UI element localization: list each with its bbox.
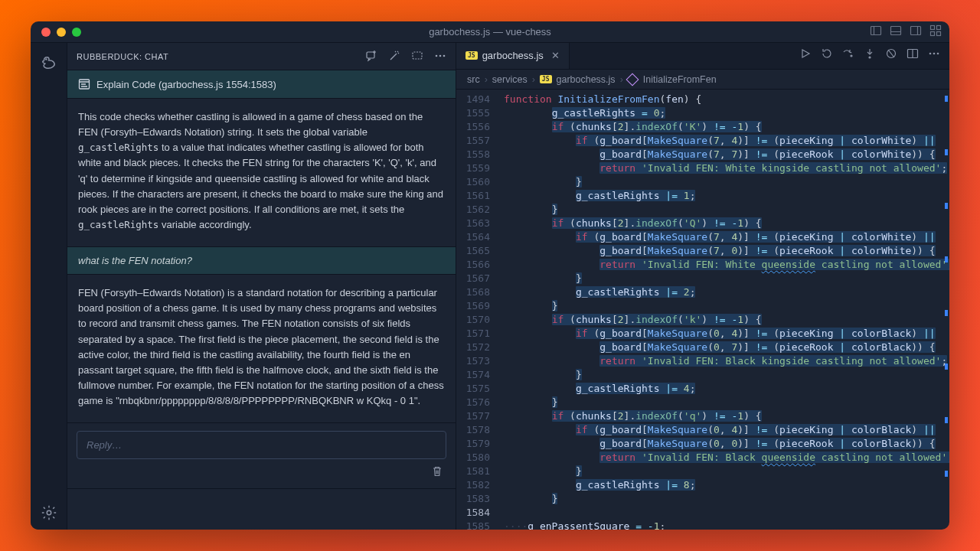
chat-sidebar: RUBBERDUCK: CHAT Explain Code (garboches…: [67, 43, 456, 530]
svg-point-21: [851, 55, 852, 57]
svg-point-28: [937, 53, 939, 55]
debug-icon[interactable]: [885, 47, 897, 63]
svg-point-22: [869, 57, 871, 58]
breadcrumb[interactable]: src › services › JS garbochess.js › Init…: [456, 70, 949, 90]
js-file-icon: JS: [466, 51, 478, 60]
magic-wand-icon[interactable]: [388, 50, 400, 64]
chat-user-message: what is the FEN notation?: [67, 247, 456, 275]
breadcrumb-segment[interactable]: services: [492, 74, 528, 85]
svg-rect-13: [413, 52, 422, 59]
editor-more-icon[interactable]: [928, 47, 940, 63]
step-over-icon[interactable]: [842, 47, 854, 63]
chat-topic-row[interactable]: Explain Code (garbochess.js 1554:1583): [67, 70, 456, 99]
close-tab-icon[interactable]: ✕: [551, 50, 560, 61]
chat-panel-header: RUBBERDUCK: CHAT: [67, 43, 456, 70]
new-chat-icon[interactable]: [365, 50, 377, 64]
rubberduck-activity-icon[interactable]: [38, 52, 60, 73]
editor-pane: JS garbochess.js ✕ src › services: [456, 43, 949, 530]
app-window: garbochess.js — vue-chess RUBBERDUCK: CH…: [31, 21, 949, 530]
breadcrumb-segment[interactable]: src: [467, 74, 480, 85]
svg-point-27: [933, 53, 936, 55]
split-editor-icon[interactable]: [906, 47, 919, 63]
code-content[interactable]: function InitializeFromFen(fen) { g_cast…: [498, 90, 949, 530]
line-gutter: 1494155515561557155815591560156115621563…: [456, 90, 498, 530]
delete-chat-icon[interactable]: [431, 465, 443, 481]
tab-filename: garbochess.js: [482, 50, 544, 61]
svg-point-14: [436, 54, 438, 57]
svg-point-16: [443, 54, 446, 57]
chat-assistant-message: This code checks whether castling is all…: [67, 99, 456, 247]
svg-rect-12: [367, 52, 374, 58]
chat-topic-label: Explain Code (garbochess.js 1554:1583): [96, 79, 276, 90]
svg-point-26: [929, 53, 932, 55]
chat-reply-input[interactable]: [77, 431, 446, 459]
activity-bar: [31, 43, 67, 530]
svg-point-11: [47, 510, 51, 515]
loading-chat-icon[interactable]: [411, 50, 423, 64]
window-title: garbochess.js — vue-chess: [31, 26, 949, 37]
chat-panel-title: RUBBERDUCK: CHAT: [77, 52, 168, 61]
editor-tab[interactable]: JS garbochess.js ✕: [456, 42, 570, 69]
chat-reply-row: [67, 423, 456, 464]
chat-assistant-message: FEN (Forsyth–Edwards Notation) is a stan…: [67, 275, 456, 423]
titlebar: garbochess.js — vue-chess: [31, 21, 949, 43]
code-editor[interactable]: 1494155515561557155815591560156115621563…: [456, 90, 949, 530]
debug-restart-icon[interactable]: [821, 47, 833, 63]
svg-point-15: [439, 54, 442, 57]
explain-code-icon: [78, 78, 90, 90]
js-file-icon: JS: [540, 75, 552, 83]
step-into-icon[interactable]: [864, 47, 876, 63]
chat-more-icon[interactable]: [434, 50, 446, 64]
run-icon[interactable]: [799, 47, 812, 63]
overview-ruler[interactable]: [945, 96, 948, 477]
breadcrumb-segment[interactable]: InitializeFromFen: [643, 74, 717, 85]
editor-tabs: JS garbochess.js ✕: [456, 43, 949, 70]
breadcrumb-segment[interactable]: garbochess.js: [557, 74, 616, 85]
symbol-method-icon: [626, 73, 639, 86]
svg-point-10: [45, 59, 46, 60]
settings-gear-icon[interactable]: [38, 502, 60, 523]
